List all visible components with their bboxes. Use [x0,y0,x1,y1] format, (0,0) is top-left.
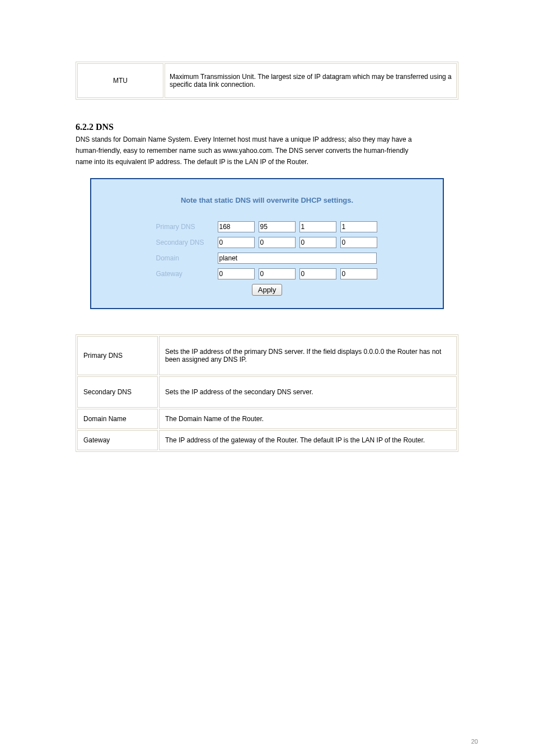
primary-dns-octet-1[interactable] [218,221,255,232]
dns-settings-panel: Note that static DNS will overwrite DHCP… [90,178,444,309]
dns-note: Note that static DNS will overwrite DHCP… [105,196,429,204]
domain-input[interactable] [218,253,377,264]
field-description-table: Primary DNS Sets the IP address of the p… [76,334,458,452]
secondary-dns-label: Secondary DNS [156,239,215,246]
primary-dns-octet-3[interactable] [299,221,336,232]
section-paragraph-2: human-friendly, easy to remember name su… [76,147,458,155]
section-paragraph-3: name into its equivalent IP address. The… [76,158,458,166]
mtu-table: MTU Maximum Transmission Unit. The large… [76,62,458,100]
mtu-label: MTU [77,63,163,98]
gateway-octet-3[interactable] [299,268,336,279]
secondary-dns-octet-4[interactable] [340,237,377,248]
apply-button[interactable]: Apply [252,284,283,296]
primary-dns-octet-2[interactable] [259,221,296,232]
desc-row-label: Primary DNS [77,336,158,375]
mtu-desc: Maximum Transmission Unit. The largest s… [165,63,457,98]
desc-row-label: Gateway [77,430,158,450]
gateway-octet-1[interactable] [218,268,255,279]
gateway-label: Gateway [156,270,215,278]
primary-dns-label: Primary DNS [156,223,215,231]
gateway-octet-2[interactable] [259,268,296,279]
desc-row-label: Secondary DNS [77,376,158,408]
secondary-dns-octet-1[interactable] [218,237,255,248]
gateway-octet-4[interactable] [340,268,377,279]
desc-row-text: Sets the IP address of the secondary DNS… [159,376,457,408]
domain-label: Domain [156,254,215,262]
desc-row-text: Sets the IP address of the primary DNS s… [159,336,457,375]
section-paragraph-1: DNS stands for Domain Name System. Every… [76,136,458,143]
section-heading: 6.2.2 DNS [76,122,458,132]
primary-dns-octet-4[interactable] [340,221,377,232]
desc-row-text: The IP address of the gateway of the Rou… [159,430,457,450]
desc-row-label: Domain Name [77,409,158,429]
secondary-dns-octet-3[interactable] [299,237,336,248]
desc-row-text: The Domain Name of the Router. [159,409,457,429]
secondary-dns-octet-2[interactable] [259,237,296,248]
